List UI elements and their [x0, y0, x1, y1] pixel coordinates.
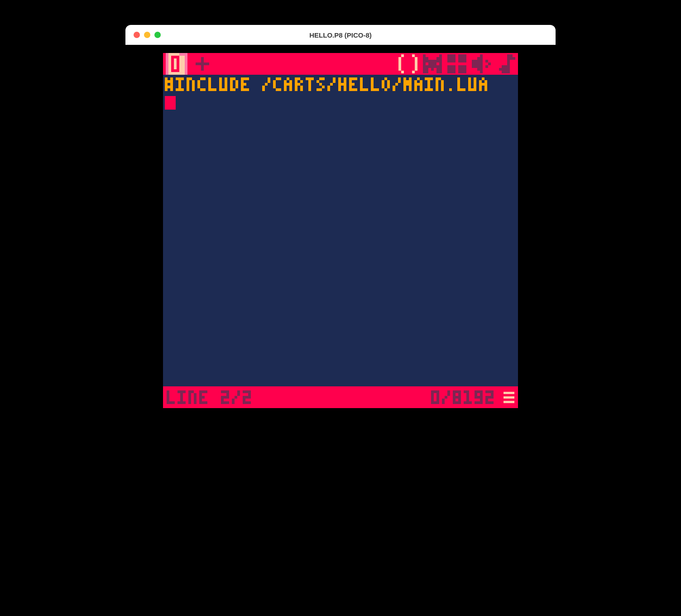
statusbar — [163, 386, 518, 408]
sfx-editor-tab[interactable] — [472, 54, 491, 73]
svg-rect-292 — [177, 390, 180, 393]
svg-rect-269 — [474, 83, 476, 86]
svg-rect-131 — [284, 83, 287, 86]
svg-rect-170 — [344, 80, 346, 83]
code-editor-tab[interactable] — [398, 54, 417, 73]
svg-rect-356 — [436, 399, 439, 401]
svg-rect-208 — [387, 86, 390, 88]
svg-rect-173 — [344, 83, 346, 86]
svg-rect-154 — [308, 88, 311, 91]
hamburger-line-icon — [504, 392, 514, 394]
parentheses-icon — [398, 54, 417, 73]
svg-rect-42 — [165, 80, 168, 83]
svg-rect-323 — [226, 390, 229, 393]
minimize-button[interactable] — [144, 32, 150, 38]
svg-rect-316 — [202, 396, 205, 399]
svg-rect-255 — [441, 88, 444, 91]
grid-icon — [447, 54, 466, 73]
maximize-button[interactable] — [154, 32, 161, 38]
svg-rect-192 — [360, 88, 363, 91]
svg-rect-41 — [170, 77, 173, 80]
svg-rect-101 — [235, 83, 238, 86]
svg-rect-215 — [403, 77, 406, 80]
close-button[interactable] — [134, 32, 140, 38]
svg-rect-190 — [360, 83, 363, 86]
svg-rect-13 — [415, 57, 417, 71]
music-editor-tab[interactable] — [496, 54, 515, 73]
svg-rect-70 — [192, 88, 195, 91]
svg-rect-355 — [431, 399, 434, 401]
svg-rect-156 — [322, 77, 325, 80]
svg-rect-8 — [196, 63, 209, 65]
svg-rect-309 — [188, 401, 191, 404]
svg-rect-261 — [457, 88, 460, 91]
svg-rect-377 — [458, 401, 461, 404]
svg-rect-222 — [409, 83, 412, 86]
svg-rect-195 — [371, 77, 374, 80]
svg-rect-380 — [466, 393, 469, 396]
code-editor[interactable] — [163, 75, 518, 386]
svg-rect-259 — [457, 83, 460, 86]
svg-rect-247 — [438, 77, 441, 80]
svg-rect-223 — [403, 86, 406, 88]
svg-rect-191 — [360, 86, 363, 88]
svg-rect-56 — [178, 83, 181, 86]
svg-rect-16 — [439, 54, 442, 60]
svg-rect-289 — [167, 401, 169, 404]
svg-rect-4 — [171, 58, 174, 69]
svg-rect-287 — [167, 396, 169, 399]
menu-button[interactable] — [504, 392, 514, 403]
svg-rect-288 — [167, 399, 169, 401]
svg-rect-134 — [284, 86, 287, 88]
svg-rect-217 — [403, 80, 406, 83]
code-line-1 — [165, 77, 509, 94]
svg-rect-342 — [245, 396, 248, 399]
map-editor-tab[interactable] — [447, 54, 466, 73]
svg-rect-165 — [327, 86, 330, 88]
svg-rect-149 — [308, 77, 311, 80]
svg-rect-322 — [224, 390, 226, 393]
svg-rect-65 — [187, 83, 189, 86]
svg-rect-152 — [308, 83, 311, 86]
svg-rect-329 — [221, 401, 224, 404]
svg-rect-28 — [458, 65, 466, 73]
svg-rect-130 — [289, 80, 292, 83]
svg-rect-203 — [382, 80, 384, 83]
speaker-icon — [472, 54, 491, 73]
svg-rect-151 — [308, 80, 311, 83]
svg-rect-53 — [178, 77, 181, 80]
svg-rect-167 — [338, 77, 341, 80]
svg-rect-177 — [344, 88, 346, 91]
svg-rect-284 — [484, 88, 487, 91]
svg-rect-304 — [194, 393, 197, 396]
tab-button-0[interactable] — [166, 53, 187, 75]
svg-rect-87 — [219, 80, 222, 83]
svg-rect-354 — [436, 396, 439, 399]
svg-rect-397 — [480, 401, 483, 404]
svg-rect-272 — [468, 88, 471, 91]
svg-rect-60 — [181, 88, 184, 91]
svg-rect-61 — [187, 77, 189, 80]
svg-rect-105 — [233, 88, 235, 91]
svg-rect-341 — [243, 396, 245, 399]
svg-rect-117 — [268, 80, 270, 83]
svg-rect-266 — [468, 80, 471, 83]
svg-rect-339 — [248, 390, 251, 393]
svg-rect-375 — [453, 401, 456, 404]
svg-rect-402 — [485, 396, 488, 399]
svg-rect-348 — [431, 390, 434, 393]
svg-rect-233 — [414, 86, 417, 88]
svg-rect-62 — [189, 77, 192, 80]
svg-rect-81 — [208, 86, 211, 88]
svg-rect-313 — [205, 390, 207, 393]
svg-rect-104 — [230, 88, 233, 91]
svg-rect-376 — [456, 401, 458, 404]
titlebar[interactable]: HELLO.P8 (PICO-8) — [125, 25, 556, 45]
svg-rect-229 — [420, 80, 422, 83]
svg-rect-369 — [458, 393, 461, 396]
add-tab-button[interactable] — [196, 57, 209, 71]
sprite-editor-tab[interactable] — [423, 54, 442, 73]
svg-rect-407 — [488, 401, 491, 404]
pico-container — [125, 45, 556, 424]
svg-rect-351 — [431, 393, 434, 396]
